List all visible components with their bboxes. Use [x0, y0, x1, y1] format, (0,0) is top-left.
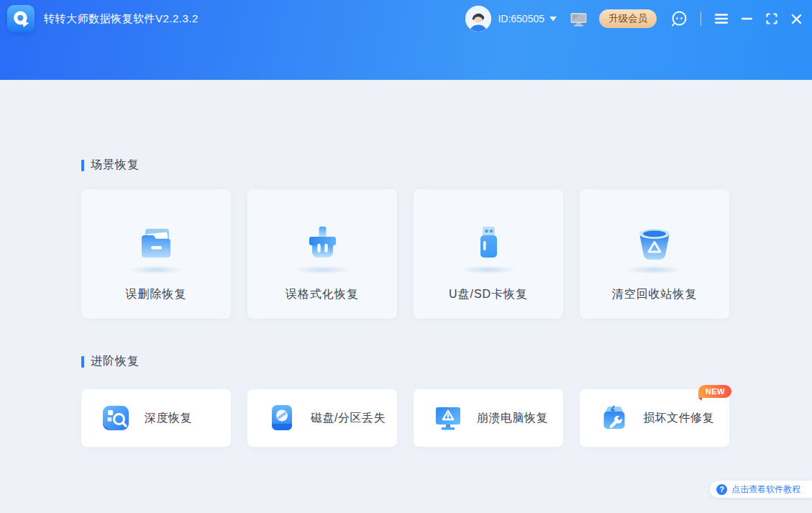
titlebar-separator [701, 12, 701, 26]
card-label: U盘/SD卡恢复 [449, 287, 528, 302]
header-banner: 转转大师数据恢复软件V2.2.3.2 ID:650505 [0, 0, 812, 80]
folder-icon [133, 219, 179, 265]
section-title-text: 场景恢复 [91, 158, 140, 173]
icon-shadow [293, 265, 351, 274]
minimize-icon[interactable] [742, 17, 752, 20]
scene-recovery-row: 误删除恢复 误格式化恢复 [81, 189, 729, 319]
section-accent-bar [81, 160, 84, 171]
card-format-recovery[interactable]: 误格式化恢复 [247, 189, 397, 319]
recycle-bin-icon [631, 219, 678, 265]
menu-icon[interactable] [715, 14, 728, 24]
icon-shadow [127, 265, 185, 274]
upgrade-member-button[interactable]: 升级会员 [599, 9, 657, 28]
section-title-advanced-recovery: 进阶恢复 [81, 354, 140, 369]
maximize-icon[interactable] [766, 13, 777, 24]
usb-drive-icon [465, 219, 511, 265]
card-label: 崩溃电脑恢复 [477, 411, 548, 426]
monitor-icon[interactable] [570, 11, 588, 27]
new-badge: NEW [698, 385, 731, 398]
section-title-scene-recovery: 场景恢复 [81, 158, 140, 173]
app-logo-icon [7, 5, 35, 32]
chevron-down-icon[interactable] [549, 17, 557, 22]
card-label: 损坏文件修复 [643, 411, 714, 426]
icon-shadow [460, 265, 517, 274]
card-recycle-bin-recovery[interactable]: 清空回收站恢复 [580, 189, 729, 319]
section-title-text: 进阶恢复 [91, 354, 140, 369]
app-title: 转转大师数据恢复软件V2.2.3.2 [44, 12, 199, 26]
card-deleted-file-recovery[interactable]: 误删除恢复 [81, 189, 231, 319]
crashed-computer-icon [432, 402, 464, 434]
card-label: 磁盘/分区丢失 [311, 411, 386, 426]
section-accent-bar [81, 356, 84, 368]
card-crashed-computer-recovery[interactable]: 崩溃电脑恢复 [414, 389, 563, 447]
advanced-recovery-row: 深度恢复 磁盘/分区丢失 [81, 389, 729, 447]
card-usb-sd-recovery[interactable]: U盘/SD卡恢复 [414, 189, 563, 319]
tutorial-button[interactable]: ? 点击查看软件教程 [710, 481, 812, 498]
format-brush-icon [299, 219, 345, 265]
file-repair-icon [598, 402, 630, 434]
card-label: 误删除恢复 [126, 287, 187, 302]
customer-service-icon[interactable] [670, 9, 688, 28]
card-label: 深度恢复 [145, 411, 192, 426]
user-id: ID:650505 [498, 13, 544, 24]
card-disk-partition-loss[interactable]: 磁盘/分区丢失 [247, 389, 397, 447]
question-icon: ? [716, 484, 727, 495]
icon-shadow [626, 265, 683, 274]
disk-partition-icon [266, 402, 298, 434]
card-label: 误格式化恢复 [286, 287, 359, 302]
deep-scan-icon [100, 402, 132, 434]
close-icon[interactable] [791, 14, 802, 24]
user-avatar[interactable] [465, 6, 491, 32]
card-deep-recovery[interactable]: 深度恢复 [81, 389, 231, 447]
titlebar: 转转大师数据恢复软件V2.2.3.2 ID:650505 [0, 0, 812, 37]
card-label: 清空回收站恢复 [612, 287, 698, 302]
tutorial-label: 点击查看软件教程 [731, 484, 800, 496]
card-damaged-file-repair[interactable]: NEW 损坏文件修复 [580, 389, 729, 447]
